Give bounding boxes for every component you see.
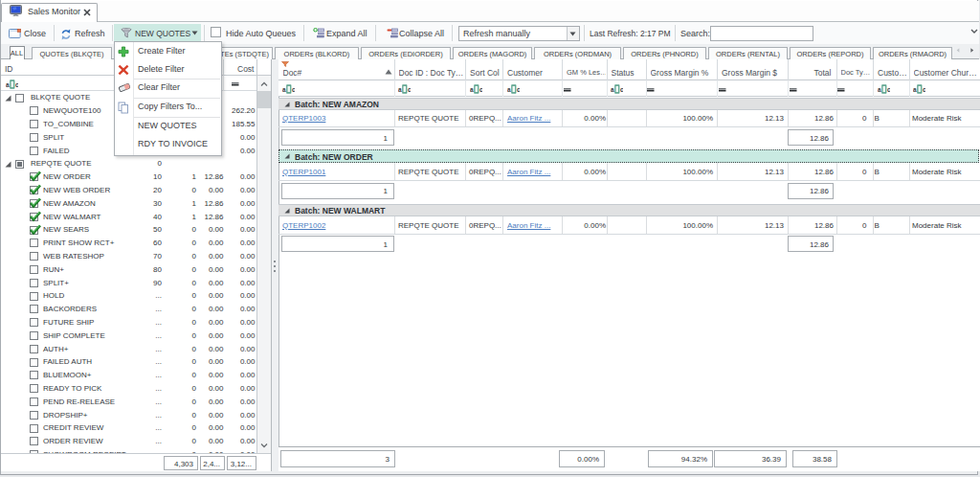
svg-text:c: c [620, 85, 623, 92]
svg-text:c: c [516, 85, 519, 92]
svg-text:a: a [611, 85, 614, 92]
svg-text:a: a [6, 81, 10, 88]
svg-text:c: c [479, 85, 481, 92]
svg-text:c: c [886, 85, 889, 92]
svg-text:c: c [923, 85, 925, 92]
svg-text:a: a [282, 85, 286, 92]
svg-text:a: a [913, 85, 917, 92]
svg-text:a: a [398, 85, 402, 92]
svg-text:a: a [470, 85, 474, 92]
svg-text:c: c [408, 85, 411, 92]
svg-text:c: c [15, 81, 18, 88]
svg-text:a: a [507, 85, 511, 92]
svg-text:a: a [878, 85, 881, 92]
svg-text:c: c [292, 85, 295, 92]
